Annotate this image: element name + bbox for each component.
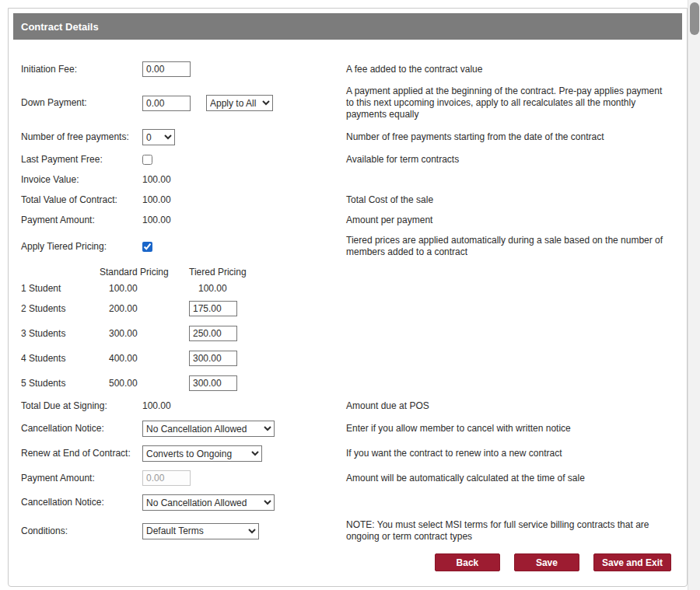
pricing-row-1-student: 1 Student 100.00 100.00: [21, 283, 671, 294]
free-payments-select[interactable]: 0: [142, 129, 175, 145]
standard-price-value: 300.00: [100, 328, 189, 339]
renew-select[interactable]: Converts to Ongoing: [142, 445, 262, 462]
tiered-pricing-column-header: Tiered Pricing: [189, 267, 671, 278]
cancellation-notice-1-control: No Cancellation Allowed: [142, 421, 346, 437]
cancellation-notice-2-select[interactable]: No Cancellation Allowed: [142, 494, 275, 511]
cancellation-notice-1-select[interactable]: No Cancellation Allowed: [142, 421, 275, 437]
total-value-help: Total Cost of the sale: [346, 194, 671, 206]
field-row-payment-amount-auto: Payment Amount: Amount will be automatic…: [21, 470, 671, 486]
vertical-scrollbar[interactable]: [688, 0, 700, 590]
invoice-value-label: Invoice Value:: [21, 174, 142, 186]
cancellation-notice-2-control: No Cancellation Allowed: [142, 494, 346, 511]
field-row-down-payment: Down Payment: Apply to All A payment app…: [21, 86, 671, 120]
tiered-price-cell: [189, 326, 671, 341]
tiered-price-cell: [189, 351, 671, 366]
free-payments-control: 0: [142, 129, 346, 145]
tiered-price-input-5-students[interactable]: [189, 375, 237, 391]
scrollbar-thumb[interactable]: [690, 2, 699, 35]
initiation-fee-control: [142, 61, 346, 77]
payment-amount-auto-label: Payment Amount:: [21, 473, 142, 484]
tiered-price-value: 100.00: [189, 283, 671, 294]
back-button[interactable]: Back: [435, 553, 500, 571]
field-row-cancellation-notice-2: Cancellation Notice: No Cancellation All…: [21, 494, 671, 511]
last-payment-free-label: Last Payment Free:: [21, 154, 142, 166]
payment-amount-auto-help: Amount will be automatically calculated …: [346, 473, 671, 484]
down-payment-input[interactable]: [142, 96, 191, 111]
cancellation-notice-2-label: Cancellation Notice:: [21, 497, 142, 508]
initiation-fee-label: Initiation Fee:: [21, 64, 142, 75]
contract-details-panel: Contract Details Initiation Fee: A fee a…: [8, 8, 688, 587]
panel-title: Contract Details: [21, 21, 99, 33]
down-payment-label: Down Payment:: [21, 97, 142, 109]
standard-price-value: 500.00: [100, 378, 189, 389]
tiered-pricing-table-header: Standard Pricing Tiered Pricing: [21, 267, 671, 278]
standard-price-value: 400.00: [100, 353, 189, 364]
conditions-select[interactable]: Default Terms: [142, 523, 259, 539]
tiered-price-cell: [189, 375, 671, 391]
apply-tiered-pricing-label: Apply Tiered Pricing:: [21, 241, 142, 253]
field-row-cancellation-notice-1: Cancellation Notice: No Cancellation All…: [21, 421, 671, 437]
field-row-renew: Renew at End of Contract: Converts to On…: [21, 445, 671, 462]
apply-tiered-pricing-control: [142, 242, 346, 252]
field-row-last-payment-free: Last Payment Free: Available for term co…: [21, 154, 671, 166]
invoice-value-control: 100.00: [142, 174, 346, 186]
tiered-price-cell: [189, 301, 671, 316]
payment-amount-auto-control: [142, 470, 346, 486]
initiation-fee-help: A fee added to the contract value: [346, 64, 671, 75]
total-due-help: Amount due at POS: [346, 400, 671, 412]
last-payment-free-control: [142, 155, 346, 165]
payment-amount-label: Payment Amount:: [21, 215, 142, 226]
save-and-exit-button[interactable]: Save and Exit: [593, 553, 671, 571]
renew-label: Renew at End of Contract:: [21, 448, 142, 459]
pricing-row-4-students: 4 Students 400.00: [21, 351, 671, 366]
tiered-price-input-2-students[interactable]: [189, 301, 237, 316]
down-payment-apply-select[interactable]: Apply to All: [206, 95, 273, 111]
total-value-control: 100.00: [142, 194, 346, 206]
standard-price-value: 100.00: [100, 283, 189, 294]
pricing-row-label: 1 Student: [21, 283, 100, 294]
pricing-row-2-students: 2 Students 200.00: [21, 301, 671, 316]
button-bar: Back Save Save and Exit: [21, 553, 671, 571]
contract-details-form: Initiation Fee: A fee added to the contr…: [13, 40, 682, 571]
total-due-label: Total Due at Signing:: [21, 400, 142, 412]
tiered-price-input-4-students[interactable]: [189, 351, 237, 366]
free-payments-help: Number of free payments starting from th…: [346, 131, 671, 143]
conditions-help: NOTE: You must select MSI terms for full…: [346, 519, 671, 543]
pricing-row-label: 4 Students: [21, 353, 100, 364]
last-payment-free-checkbox[interactable]: [142, 155, 152, 165]
standard-price-value: 200.00: [100, 303, 189, 314]
cancellation-notice-1-help: Enter if you allow member to cancel with…: [346, 423, 671, 435]
cancellation-notice-1-label: Cancellation Notice:: [21, 423, 142, 435]
down-payment-help: A payment applied at the beginning of th…: [346, 86, 671, 120]
field-row-invoice-value: Invoice Value: 100.00: [21, 174, 671, 186]
field-row-conditions: Conditions: Default Terms NOTE: You must…: [21, 519, 671, 543]
pricing-row-5-students: 5 Students 500.00: [21, 375, 671, 391]
pricing-row-3-students: 3 Students 300.00: [21, 326, 671, 341]
payment-amount-control: 100.00: [142, 215, 346, 226]
tiered-pricing-table: Standard Pricing Tiered Pricing 1 Studen…: [21, 267, 671, 391]
total-value-text: 100.00: [142, 194, 171, 206]
down-payment-control: Apply to All: [142, 95, 346, 111]
panel-header: Contract Details: [13, 13, 682, 40]
renew-control: Converts to Ongoing: [142, 445, 346, 462]
renew-help: If you want the contract to renew into a…: [346, 448, 671, 459]
field-row-total-value: Total Value of Contract: 100.00 Total Co…: [21, 194, 671, 206]
payment-amount-help: Amount per payment: [346, 215, 671, 226]
total-value-label: Total Value of Contract:: [21, 194, 142, 206]
field-row-payment-amount: Payment Amount: 100.00 Amount per paymen…: [21, 215, 671, 226]
free-payments-label: Number of free payments:: [21, 131, 142, 143]
field-row-apply-tiered-pricing: Apply Tiered Pricing: Tiered prices are …: [21, 235, 671, 258]
field-row-free-payments: Number of free payments: 0 Number of fre…: [21, 129, 671, 145]
pricing-row-label: 5 Students: [21, 378, 100, 389]
apply-tiered-pricing-checkbox[interactable]: [142, 242, 152, 252]
field-row-total-due: Total Due at Signing: 100.00 Amount due …: [21, 400, 671, 412]
conditions-control: Default Terms: [142, 523, 346, 539]
field-row-initiation-fee: Initiation Fee: A fee added to the contr…: [21, 61, 671, 77]
tiered-price-input-3-students[interactable]: [189, 326, 237, 341]
last-payment-free-help: Available for term contracts: [346, 154, 671, 166]
initiation-fee-input[interactable]: [142, 61, 191, 77]
standard-pricing-column-header: Standard Pricing: [100, 267, 189, 278]
save-button[interactable]: Save: [514, 553, 579, 571]
invoice-value-text: 100.00: [142, 174, 171, 186]
total-due-text: 100.00: [142, 400, 171, 412]
